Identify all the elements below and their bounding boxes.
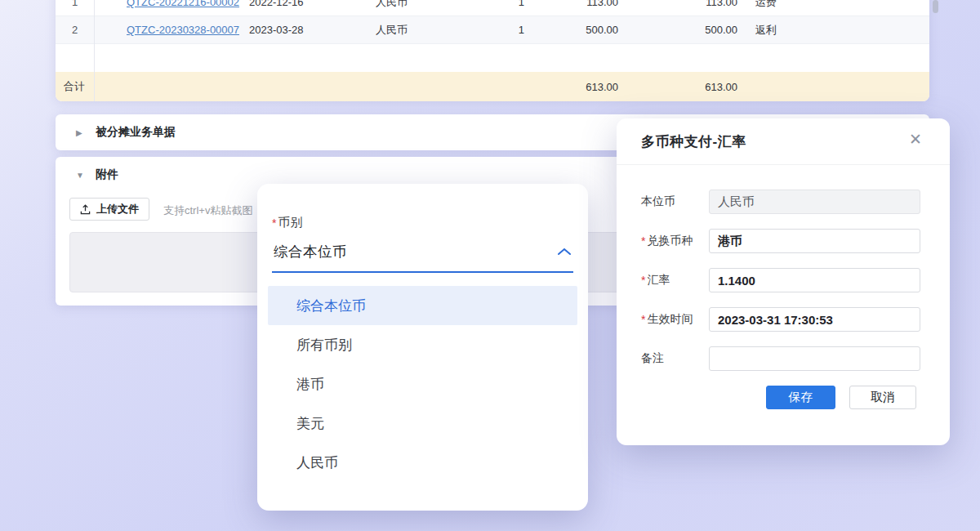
detail-table-panel: 1 QTZC-20221216-00002 2022-12-16 人民币 1 1… — [56, 0, 929, 101]
currency-option[interactable]: 人民币 — [268, 443, 577, 482]
table-row: 1 QTZC-20221216-00002 2022-12-16 人民币 1 1… — [56, 0, 929, 16]
effective-time-label: *生效时间 — [641, 312, 709, 327]
rate-label: *汇率 — [641, 273, 709, 288]
rate-field[interactable]: 1.1400 — [709, 268, 920, 292]
currency-dropdown-popup: * 币别 综合本位币 综合本位币 所有币别 港币 美元 人民币 — [257, 184, 588, 511]
frozen-column-divider — [94, 0, 95, 101]
base-currency-label: 本位币 — [641, 194, 709, 209]
doc-number-link[interactable]: QTZC-20221216-00002 — [127, 0, 239, 8]
doc-local-amount: 113.00 — [625, 0, 744, 8]
total-row: 合计 613.00 613.00 — [56, 72, 929, 101]
currency-option[interactable]: 港币 — [268, 364, 577, 404]
doc-qty: 1 — [498, 0, 539, 8]
save-button[interactable]: 保存 — [766, 386, 835, 409]
required-mark: * — [272, 216, 276, 230]
row-number: 2 — [56, 24, 94, 36]
close-icon[interactable]: ✕ — [909, 132, 922, 147]
doc-amount: 500.00 — [539, 24, 625, 36]
upload-button-label: 上传文件 — [96, 202, 139, 216]
currency-options-list: 综合本位币 所有币别 港币 美元 人民币 — [268, 286, 577, 482]
paste-screenshot-hint: 支持ctrl+v粘贴截图 — [163, 203, 252, 218]
exchange-rate-modal: 多币种支付-汇率 ✕ 本位币 人民币 *兑换币种 港币 *汇率 1.1400 *… — [617, 118, 950, 445]
table-row: 2 QTZC-20230328-00007 2023-03-28 人民币 1 5… — [56, 16, 929, 44]
doc-amount: 113.00 — [539, 0, 625, 8]
section-title: 附件 — [96, 167, 118, 182]
doc-qty: 1 — [498, 24, 539, 36]
total-local-amount: 613.00 — [625, 81, 744, 93]
expand-arrow-icon[interactable]: ▼ — [76, 171, 86, 180]
chevron-up-icon[interactable] — [557, 247, 572, 257]
currency-option[interactable]: 美元 — [268, 404, 577, 443]
doc-local-amount: 500.00 — [625, 24, 744, 36]
doc-type: 运费 — [744, 0, 929, 10]
total-amount: 613.00 — [539, 81, 625, 93]
doc-currency: 人民币 — [376, 0, 498, 10]
doc-currency: 人民币 — [376, 23, 498, 38]
page-scrollbar-thumb[interactable] — [933, 0, 938, 13]
modal-title: 多币种支付-汇率 — [641, 132, 746, 151]
remark-label: 备注 — [641, 351, 709, 366]
remark-field[interactable] — [709, 346, 920, 371]
currency-select[interactable]: 综合本位币 — [272, 242, 573, 261]
doc-type: 返利 — [744, 23, 929, 38]
collapse-arrow-icon[interactable]: ▶ — [76, 128, 86, 137]
empty-row-space — [56, 44, 929, 72]
target-currency-field[interactable]: 港币 — [709, 229, 920, 253]
currency-selected-value: 综合本位币 — [274, 242, 347, 261]
doc-date: 2023-03-28 — [249, 24, 376, 36]
effective-time-field[interactable]: 2023-03-31 17:30:53 — [709, 307, 920, 332]
currency-field-label: 币别 — [278, 215, 302, 230]
cancel-button[interactable]: 取消 — [849, 386, 916, 409]
upload-icon — [80, 204, 91, 215]
base-currency-field: 人民币 — [709, 190, 920, 214]
currency-option[interactable]: 综合本位币 — [268, 286, 577, 325]
target-currency-label: *兑换币种 — [641, 234, 709, 248]
currency-option[interactable]: 所有币别 — [268, 325, 577, 364]
upload-file-button[interactable]: 上传文件 — [69, 198, 149, 221]
row-number: 1 — [56, 0, 94, 8]
total-label: 合计 — [56, 79, 94, 94]
doc-date: 2022-12-16 — [249, 0, 376, 8]
section-title: 被分摊业务单据 — [96, 125, 176, 140]
select-focus-underline — [272, 271, 573, 273]
doc-number-link[interactable]: QTZC-20230328-00007 — [127, 24, 239, 36]
